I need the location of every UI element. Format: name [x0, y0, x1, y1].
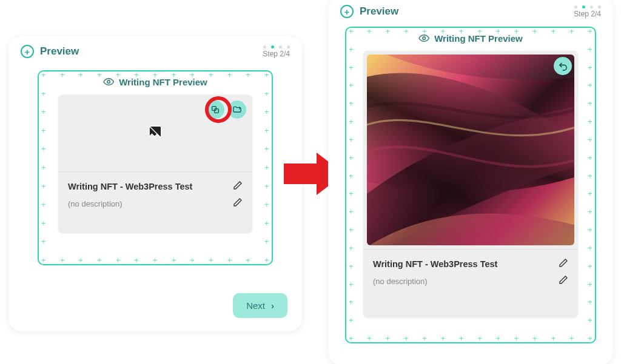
generated-artwork: [367, 55, 574, 245]
step-dot: [287, 45, 290, 48]
upload-image-button[interactable]: [228, 101, 246, 119]
step-text: Step 2/4: [263, 50, 290, 58]
preview-box: Writing NFT Preview Wri: [38, 70, 273, 265]
eye-icon: [103, 76, 114, 87]
broken-image-icon: [147, 124, 163, 142]
pencil-icon[interactable]: [233, 180, 243, 193]
preview-caption: Writing NFT Preview: [412, 33, 529, 44]
step-indicator: Step 2/4: [574, 5, 601, 18]
panel-title-wrap: + Preview: [21, 45, 79, 58]
card-title-row: Writing NFT - Web3Press Test: [373, 256, 568, 273]
svg-point-4: [423, 37, 426, 40]
card-image-area: [363, 51, 578, 250]
card-title: Writing NFT - Web3Press Test: [373, 259, 497, 269]
panel-header: + Preview Step 2/4: [328, 0, 613, 23]
step-dots: [263, 45, 290, 48]
page-title: Preview: [40, 45, 79, 58]
svg-point-0: [107, 81, 110, 84]
step-dot: [279, 45, 282, 48]
card-corner-actions: [206, 101, 246, 119]
nft-card: Writing NFT - Web3Press Test (no descrip…: [58, 94, 252, 233]
preview-box: Writing NFT Preview: [345, 27, 596, 343]
preview-caption-text: Writing NFT Preview: [434, 33, 523, 44]
nft-card: Writing NFT - Web3Press Test (no descrip…: [363, 51, 578, 317]
page-title: Preview: [360, 5, 398, 18]
panel-header: + Preview Step 2/4: [8, 36, 302, 63]
pencil-icon[interactable]: [559, 258, 568, 270]
chevron-right-icon: ›: [271, 300, 274, 311]
next-button[interactable]: Next ›: [233, 293, 287, 318]
eye-icon: [418, 33, 429, 44]
panel-title-wrap: + Preview: [340, 5, 398, 18]
card-meta: Writing NFT - Web3Press Test (no descrip…: [58, 172, 252, 219]
card-description: (no description): [68, 199, 123, 208]
regenerate-image-button[interactable]: [206, 101, 224, 119]
step-dot-active: [582, 5, 585, 8]
step-indicator: Step 2/4: [263, 45, 290, 58]
undo-image-button[interactable]: [554, 57, 572, 75]
card-image-area: [58, 94, 252, 172]
step-dot-active: [271, 45, 274, 48]
pencil-icon[interactable]: [559, 275, 568, 287]
preview-panel-before: + Preview Step 2/4 Writing NFT Preview: [8, 36, 302, 331]
next-button-label: Next: [246, 300, 265, 311]
pencil-icon[interactable]: [233, 197, 243, 210]
plus-circle-icon: +: [21, 45, 34, 58]
card-description-row: (no description): [68, 195, 243, 212]
preview-caption-text: Writing NFT Preview: [119, 77, 207, 87]
card-description: (no description): [373, 277, 428, 286]
preview-caption: Writing NFT Preview: [97, 76, 213, 87]
step-dots: [574, 5, 601, 8]
card-meta: Writing NFT - Web3Press Test (no descrip…: [363, 250, 578, 297]
plus-circle-icon: +: [340, 5, 354, 18]
step-dot: [590, 5, 593, 8]
step-dot: [263, 45, 266, 48]
card-title: Writing NFT - Web3Press Test: [68, 182, 192, 191]
card-title-row: Writing NFT - Web3Press Test: [68, 178, 243, 195]
step-dot: [598, 5, 601, 8]
step-dot: [574, 5, 577, 8]
card-corner-actions: [554, 57, 572, 75]
preview-panel-after: + Preview Step 2/4 Writing NFT Preview: [328, 0, 613, 364]
card-description-row: (no description): [373, 273, 568, 290]
step-text: Step 2/4: [574, 10, 601, 18]
